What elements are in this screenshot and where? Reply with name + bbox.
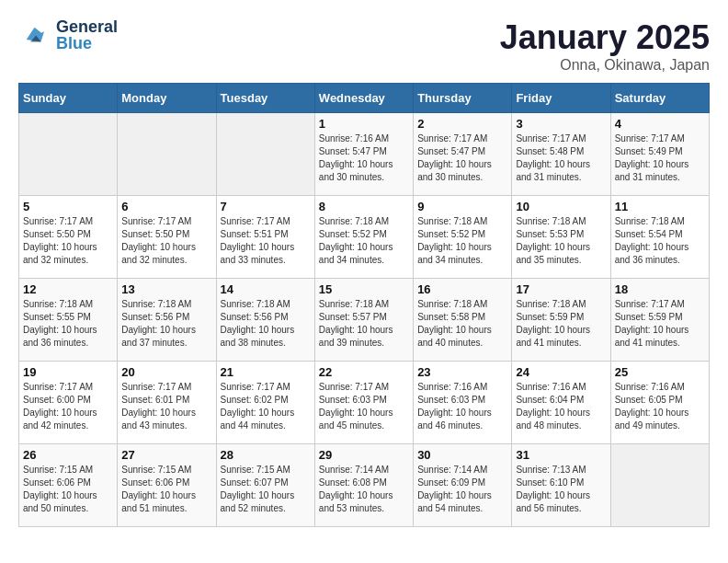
day-number: 8 [319,200,409,213]
calendar-cell: 23Sunrise: 7:16 AM Sunset: 6:03 PM Dayli… [414,362,512,444]
calendar-cell: 25Sunrise: 7:16 AM Sunset: 6:05 PM Dayli… [610,362,709,444]
calendar-header: SundayMondayTuesdayWednesdayThursdayFrid… [19,84,710,113]
calendar-cell [216,113,314,196]
calendar-week-4: 19Sunrise: 7:17 AM Sunset: 6:00 PM Dayli… [19,362,710,444]
day-number: 30 [417,448,507,462]
day-info: Sunrise: 7:16 AM Sunset: 6:04 PM Dayligh… [516,381,606,432]
calendar-cell: 17Sunrise: 7:18 AM Sunset: 5:59 PM Dayli… [512,279,610,362]
day-number: 15 [319,282,409,296]
logo: General Blue [18,18,118,52]
calendar-subtitle: Onna, Okinawa, Japan [500,57,710,74]
calendar-cell [610,444,709,527]
calendar-cell: 19Sunrise: 7:17 AM Sunset: 6:00 PM Dayli… [19,362,118,444]
day-number: 7 [221,200,311,213]
day-number: 4 [615,117,705,131]
day-number: 11 [615,200,705,213]
day-number: 29 [319,448,409,462]
calendar-week-2: 5Sunrise: 7:17 AM Sunset: 5:50 PM Daylig… [19,196,710,279]
calendar-cell: 21Sunrise: 7:17 AM Sunset: 6:02 PM Dayli… [216,362,314,444]
weekday-header-sunday: Sunday [19,84,118,113]
day-info: Sunrise: 7:16 AM Sunset: 6:05 PM Dayligh… [615,381,705,432]
day-number: 2 [417,117,507,131]
day-number: 3 [516,117,606,131]
calendar-cell: 9Sunrise: 7:18 AM Sunset: 5:52 PM Daylig… [414,196,512,279]
day-info: Sunrise: 7:17 AM Sunset: 6:02 PM Dayligh… [221,381,311,432]
day-number: 27 [121,448,211,462]
calendar-cell: 30Sunrise: 7:14 AM Sunset: 6:09 PM Dayli… [414,444,512,527]
calendar-week-5: 26Sunrise: 7:15 AM Sunset: 6:06 PM Dayli… [19,444,710,527]
day-info: Sunrise: 7:18 AM Sunset: 5:58 PM Dayligh… [417,298,507,350]
day-number: 10 [516,200,606,213]
page-header: General Blue January 2025 Onna, Okinawa,… [18,18,710,74]
calendar-cell [19,113,118,196]
calendar-title-area: January 2025 Onna, Okinawa, Japan [500,18,710,74]
day-info: Sunrise: 7:17 AM Sunset: 6:03 PM Dayligh… [319,381,409,432]
calendar-cell: 8Sunrise: 7:18 AM Sunset: 5:52 PM Daylig… [314,196,413,279]
calendar-cell: 29Sunrise: 7:14 AM Sunset: 6:08 PM Dayli… [314,444,413,527]
calendar-cell: 24Sunrise: 7:16 AM Sunset: 6:04 PM Dayli… [512,362,610,444]
calendar-cell: 27Sunrise: 7:15 AM Sunset: 6:06 PM Dayli… [118,444,216,527]
weekday-row: SundayMondayTuesdayWednesdayThursdayFrid… [19,84,710,113]
day-number: 24 [516,365,606,379]
calendar-cell: 2Sunrise: 7:17 AM Sunset: 5:47 PM Daylig… [414,113,512,196]
day-info: Sunrise: 7:17 AM Sunset: 5:51 PM Dayligh… [221,215,311,267]
day-info: Sunrise: 7:18 AM Sunset: 5:57 PM Dayligh… [319,298,409,350]
day-number: 17 [516,282,606,296]
logo-icon [18,19,51,52]
day-number: 13 [121,282,211,296]
day-number: 19 [23,365,113,379]
logo-blue: Blue [56,35,118,52]
day-info: Sunrise: 7:17 AM Sunset: 5:59 PM Dayligh… [615,298,705,350]
day-number: 1 [319,117,409,131]
day-number: 16 [417,282,507,296]
calendar-cell: 11Sunrise: 7:18 AM Sunset: 5:54 PM Dayli… [610,196,709,279]
day-info: Sunrise: 7:17 AM Sunset: 5:47 PM Dayligh… [417,132,507,184]
day-info: Sunrise: 7:13 AM Sunset: 6:10 PM Dayligh… [516,464,606,515]
calendar-body: 1Sunrise: 7:16 AM Sunset: 5:47 PM Daylig… [19,113,710,527]
day-number: 21 [221,365,311,379]
day-number: 25 [615,365,705,379]
calendar-cell: 14Sunrise: 7:18 AM Sunset: 5:56 PM Dayli… [216,279,314,362]
weekday-header-friday: Friday [512,84,610,113]
logo-general: General [56,18,118,35]
day-number: 12 [23,282,113,296]
calendar-cell: 22Sunrise: 7:17 AM Sunset: 6:03 PM Dayli… [314,362,413,444]
day-info: Sunrise: 7:15 AM Sunset: 6:06 PM Dayligh… [23,464,113,515]
calendar-week-3: 12Sunrise: 7:18 AM Sunset: 5:55 PM Dayli… [19,279,710,362]
calendar-title: January 2025 [500,18,710,57]
day-info: Sunrise: 7:17 AM Sunset: 6:01 PM Dayligh… [121,381,211,432]
calendar-cell: 7Sunrise: 7:17 AM Sunset: 5:51 PM Daylig… [216,196,314,279]
day-number: 20 [121,365,211,379]
calendar-table: SundayMondayTuesdayWednesdayThursdayFrid… [18,83,710,527]
calendar-cell: 28Sunrise: 7:15 AM Sunset: 6:07 PM Dayli… [216,444,314,527]
calendar-cell: 5Sunrise: 7:17 AM Sunset: 5:50 PM Daylig… [19,196,118,279]
calendar-cell: 31Sunrise: 7:13 AM Sunset: 6:10 PM Dayli… [512,444,610,527]
day-info: Sunrise: 7:18 AM Sunset: 5:52 PM Dayligh… [417,215,507,267]
day-info: Sunrise: 7:17 AM Sunset: 5:50 PM Dayligh… [23,215,113,267]
calendar-cell: 20Sunrise: 7:17 AM Sunset: 6:01 PM Dayli… [118,362,216,444]
day-info: Sunrise: 7:17 AM Sunset: 6:00 PM Dayligh… [23,381,113,432]
day-info: Sunrise: 7:14 AM Sunset: 6:09 PM Dayligh… [417,464,507,515]
weekday-header-wednesday: Wednesday [314,84,413,113]
day-info: Sunrise: 7:18 AM Sunset: 5:52 PM Dayligh… [319,215,409,267]
calendar-week-1: 1Sunrise: 7:16 AM Sunset: 5:47 PM Daylig… [19,113,710,196]
day-number: 28 [221,448,311,462]
day-info: Sunrise: 7:14 AM Sunset: 6:08 PM Dayligh… [319,464,409,515]
calendar-cell: 6Sunrise: 7:17 AM Sunset: 5:50 PM Daylig… [118,196,216,279]
day-info: Sunrise: 7:17 AM Sunset: 5:48 PM Dayligh… [516,132,606,184]
calendar-cell: 3Sunrise: 7:17 AM Sunset: 5:48 PM Daylig… [512,113,610,196]
day-number: 14 [221,282,311,296]
weekday-header-saturday: Saturday [610,84,709,113]
day-info: Sunrise: 7:18 AM Sunset: 5:56 PM Dayligh… [221,298,311,350]
day-info: Sunrise: 7:18 AM Sunset: 5:59 PM Dayligh… [516,298,606,350]
day-info: Sunrise: 7:17 AM Sunset: 5:50 PM Dayligh… [121,215,211,267]
day-info: Sunrise: 7:15 AM Sunset: 6:06 PM Dayligh… [121,464,211,515]
calendar-cell: 15Sunrise: 7:18 AM Sunset: 5:57 PM Dayli… [314,279,413,362]
calendar-cell: 16Sunrise: 7:18 AM Sunset: 5:58 PM Dayli… [414,279,512,362]
day-info: Sunrise: 7:18 AM Sunset: 5:53 PM Dayligh… [516,215,606,267]
day-info: Sunrise: 7:16 AM Sunset: 6:03 PM Dayligh… [417,381,507,432]
day-info: Sunrise: 7:16 AM Sunset: 5:47 PM Dayligh… [319,132,409,184]
day-number: 26 [23,448,113,462]
day-info: Sunrise: 7:18 AM Sunset: 5:54 PM Dayligh… [615,215,705,267]
calendar-cell: 12Sunrise: 7:18 AM Sunset: 5:55 PM Dayli… [19,279,118,362]
